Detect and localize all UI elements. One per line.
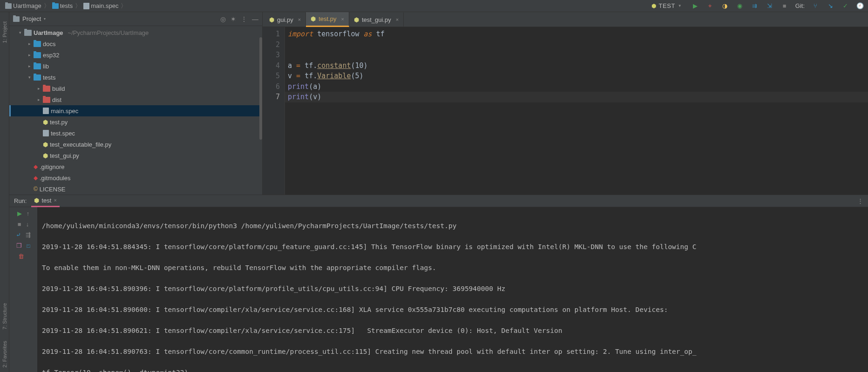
hide-icon[interactable]: —	[252, 15, 258, 23]
close-icon[interactable]: ×	[341, 16, 344, 22]
close-icon[interactable]: ×	[298, 17, 301, 22]
up-stack-button[interactable]: ↑	[27, 210, 30, 217]
console-line: 2019-11-28 16:04:51.890600: I tensorflow…	[42, 304, 868, 315]
navigation-bar: UartImage 〉 tests 〉 main.spec 〉 ⬢ TEST ▼…	[0, 0, 868, 12]
git-branch-icon[interactable]: ⑂	[811, 2, 820, 10]
editor-tabs: ⬢ gui.py × ⬢ test.py × ⬢ test_gui.py ×	[263, 12, 868, 27]
breadcrumb-project[interactable]: UartImage	[4, 2, 43, 9]
tree-root[interactable]: ▾ UartImage ~/PycharmProjects/UartImage	[9, 27, 262, 38]
tree-item-gitmodules[interactable]: ◆ .gitmodules	[9, 172, 262, 183]
stop-button[interactable]: ■	[780, 2, 789, 10]
console-output[interactable]: /home/yuliwen/miniconda3/envs/tensor/bin…	[37, 207, 868, 372]
rerun-button[interactable]: ▶	[17, 210, 22, 217]
clear-button[interactable]: 🗑	[18, 253, 24, 260]
expand-icon[interactable]: ▸	[27, 64, 32, 68]
excluded-folder-icon	[43, 97, 50, 103]
project-view-title[interactable]: Project	[22, 15, 41, 22]
run-title: Run:	[14, 197, 27, 204]
run-config-name: TEST	[659, 2, 675, 9]
tree-item-gitignore[interactable]: ◆ .gitignore	[9, 161, 262, 172]
print-button[interactable]: ❐	[16, 242, 22, 249]
concurrency-button[interactable]: ⇉	[751, 2, 759, 10]
run-tab-test[interactable]: ⬢ test ×	[31, 195, 59, 207]
file-icon	[83, 3, 89, 9]
tree-item-test-py[interactable]: ⬢ test.py	[9, 116, 262, 128]
python-file-icon: ⬢	[43, 153, 48, 159]
excluded-folder-icon	[43, 86, 50, 92]
breadcrumb-project-label: UartImage	[13, 2, 41, 9]
breadcrumb-folder-label: tests	[60, 2, 73, 9]
breadcrumb-file[interactable]: main.spec	[82, 2, 120, 9]
attach-button[interactable]: ⇲	[766, 2, 774, 10]
close-icon[interactable]: ×	[54, 197, 56, 203]
run-button[interactable]: ▶	[691, 2, 699, 10]
expand-icon[interactable]: ▾	[18, 30, 22, 35]
expand-icon[interactable]: ▸	[27, 53, 32, 57]
tree-item-tests[interactable]: ▾ tests	[9, 72, 262, 83]
python-icon: ⬢	[651, 3, 656, 9]
close-icon[interactable]: ×	[396, 17, 399, 22]
tree-item-esp32[interactable]: ▸ esp32	[9, 49, 262, 61]
python-file-icon: ⬢	[269, 17, 274, 23]
more-icon[interactable]: ⋮	[857, 197, 863, 204]
expand-icon[interactable]: ▸	[27, 41, 32, 46]
license-file-icon: ©	[34, 186, 38, 192]
run-tab-label: test	[41, 197, 51, 204]
tree-item-docs[interactable]: ▸ docs	[9, 38, 262, 49]
project-tree[interactable]: ▾ UartImage ~/PycharmProjects/UartImage …	[9, 26, 262, 195]
expand-icon[interactable]: ▾	[27, 75, 32, 80]
tree-item-build[interactable]: ▸ build	[9, 83, 262, 94]
chevron-right-icon: 〉	[44, 2, 50, 10]
tree-item-license[interactable]: © LICENSE	[9, 183, 262, 195]
tree-item-test-gui[interactable]: ⬢ test_gui.py	[9, 150, 262, 161]
tab-test-py[interactable]: ⬢ test.py ×	[306, 12, 349, 27]
left-tool-stripe: 1: Project 7: Structure 2: Favorites	[0, 12, 9, 372]
scroll-to-end-button[interactable]: ⏍	[27, 242, 30, 249]
tree-item-test-spec[interactable]: test.spec	[9, 128, 262, 139]
git-update-icon[interactable]: ↘	[826, 2, 834, 10]
structure-tool-tab[interactable]: 7: Structure	[2, 303, 7, 330]
code-body[interactable]: import tensorflow as tf a = tf.constant(…	[285, 27, 868, 195]
tree-item-dist[interactable]: ▸ dist	[9, 94, 262, 105]
git-commit-icon[interactable]: ✓	[841, 2, 849, 10]
tree-item-lib[interactable]: ▸ lib	[9, 61, 262, 72]
python-file-icon: ⬢	[354, 17, 359, 23]
tree-root-label: UartImage	[34, 29, 63, 36]
git-history-icon[interactable]: 🕘	[856, 2, 864, 10]
python-file-icon: ⬢	[43, 119, 48, 125]
console-line: To enable them in non-MKL-DNN operations…	[42, 263, 868, 273]
soft-wrap-button[interactable]: ⤶	[16, 231, 21, 238]
tree-item-test-exec[interactable]: ⬢ test_executable_file.py	[9, 139, 262, 150]
settings-icon[interactable]: ⋮	[241, 15, 247, 23]
tab-gui-py[interactable]: ⬢ gui.py ×	[264, 13, 306, 27]
expand-icon[interactable]: ▸	[36, 86, 41, 91]
coverage-button[interactable]: ◑	[721, 2, 729, 10]
tab-label: test_gui.py	[362, 16, 391, 23]
tree-item-main-spec[interactable]: main.spec	[9, 105, 262, 116]
breadcrumb-folder[interactable]: tests	[51, 2, 74, 9]
code-editor[interactable]: 1 2 3 4 5 6 7 import tensorflow as tf a …	[263, 27, 868, 195]
line-number-gutter[interactable]: 1 2 3 4 5 6 7	[263, 27, 285, 195]
down-stack-button[interactable]: ↓	[26, 221, 29, 228]
dropdown-icon[interactable]: ▾	[44, 17, 46, 21]
scrollbar-thumb[interactable]	[259, 37, 262, 140]
project-tool-tab[interactable]: 1: Project	[2, 21, 7, 43]
locate-icon[interactable]: ◎	[220, 15, 226, 23]
debug-button[interactable]: ⌖	[706, 2, 714, 10]
tab-test-gui-py[interactable]: ⬢ test_gui.py ×	[349, 13, 404, 27]
run-configuration-selector[interactable]: ⬢ TEST ▼	[649, 1, 685, 10]
stop-button[interactable]: ■	[18, 221, 21, 228]
console-line: tf.Tensor(10, shape=(), dtype=int32)	[42, 367, 868, 372]
folder-icon	[34, 52, 41, 58]
collapse-all-icon[interactable]: ✶	[231, 15, 236, 23]
profile-button[interactable]: ◉	[736, 2, 744, 10]
folder-icon	[34, 63, 41, 69]
dropdown-icon: ▼	[678, 4, 682, 8]
tests-folder-icon	[34, 74, 41, 81]
favorites-tool-tab[interactable]: 2: Favorites	[2, 341, 7, 367]
expand-icon[interactable]: ▸	[36, 97, 41, 102]
folder-icon	[34, 41, 41, 47]
python-file-icon: ⬢	[43, 142, 48, 148]
folder-icon	[13, 16, 20, 22]
filter-button[interactable]: ⇶	[26, 231, 31, 238]
